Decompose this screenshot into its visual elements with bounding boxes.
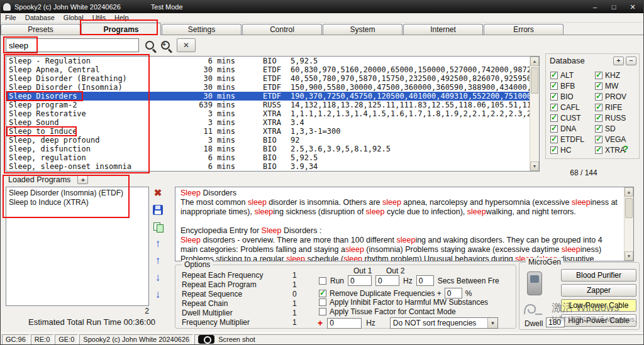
database-checkbox[interactable]: BFB (550, 80, 595, 91)
move-top-button[interactable]: ↑ (152, 238, 164, 250)
minimize-button[interactable]: – (586, 3, 604, 11)
program-row[interactable]: Sleep program-2 639 mins RUSS 14,132,118… (6, 101, 530, 109)
program-row[interactable]: Sleep Disorders 30 mins ETDF 190,370,725… (6, 92, 530, 101)
program-row[interactable]: Sleep, sleep-onset insomnia 6 mins BIO 3… (6, 162, 530, 171)
menu-item[interactable]: File (1, 14, 21, 21)
microgen-mode-button[interactable]: Zapper (561, 284, 636, 297)
out2-input[interactable] (375, 275, 399, 286)
database-checkbox[interactable]: SD (595, 123, 640, 134)
loaded-program-item[interactable]: Sleep Disorder (Insomnia) (ETDF) (9, 189, 146, 198)
database-checkbox-label: RIFE (605, 103, 622, 112)
database-select-none-button[interactable]: − (626, 57, 636, 65)
scrollbar-track[interactable] (530, 66, 539, 162)
program-duration: 30 mins (195, 83, 235, 92)
database-checkbox[interactable]: KHZ (595, 70, 640, 80)
repeat-setting-value[interactable]: 1 (292, 271, 305, 280)
scrollbar-thumb[interactable] (531, 67, 538, 94)
database-checkbox[interactable]: HC (550, 145, 595, 155)
search-input[interactable] (6, 38, 139, 52)
move-down-button[interactable]: ↓ (152, 271, 164, 284)
database-checkbox[interactable]: BIO (550, 91, 595, 102)
repeat-settings: Repeat Each Frequency 1 Repeat Each Prog… (182, 270, 305, 327)
program-row[interactable]: Sleep, deep profound 3 mins BIO 92 (6, 136, 530, 145)
menu-item[interactable]: Global (59, 14, 88, 21)
repeat-setting-value[interactable]: 1 (292, 299, 305, 308)
tab[interactable]: Presets (1, 24, 80, 35)
help-button[interactable]: ? (623, 143, 628, 154)
status-cells: GC:96RE:0GE:0Spooky2 (c) John White 2024… (2, 334, 193, 345)
program-list-scrollbar[interactable]: ▲ ▼ (530, 57, 539, 171)
scrollbar-track[interactable] (625, 197, 633, 251)
repeat-setting-value[interactable]: 1 (292, 318, 305, 327)
database-select-all-button[interactable]: + (613, 57, 624, 65)
database-checkbox[interactable]: RIFE (595, 102, 640, 112)
tab[interactable]: Internet (403, 24, 483, 35)
program-row[interactable]: Sleep Disorder (Breathing) 30 mins ETDF … (6, 74, 530, 83)
tab-label: System (350, 25, 375, 34)
zoom-in-icon[interactable]: + (160, 40, 174, 53)
database-checkbox[interactable]: CUST (550, 112, 595, 123)
description-scrollbar[interactable]: ▲ ▼ (624, 187, 633, 261)
database-checkbox[interactable]: XTRA (595, 145, 640, 155)
inhibit-factor-checkbox[interactable]: Apply Inhibit Factor to Harmful MW Subst… (319, 298, 488, 307)
screenshot-button[interactable]: Screen shot (194, 334, 643, 345)
program-name: Sleep Disorders (9, 92, 195, 101)
checkbox-icon (595, 82, 602, 90)
program-row[interactable]: Sleep, regulation 6 mins BIO 5,92.5 (6, 153, 530, 162)
program-name: Sleep, disfunction (9, 145, 195, 153)
duplicate-tolerance-input[interactable] (445, 288, 462, 298)
database-checkbox[interactable]: PROV (595, 91, 640, 102)
program-row[interactable]: Sleep Disorder (Insomnia) 30 mins ETDF 1… (6, 83, 530, 92)
run-checkbox[interactable] (319, 277, 326, 285)
move-up-button[interactable]: ↑ (152, 255, 164, 267)
maximize-button[interactable]: □ (604, 3, 623, 11)
secs-between-input[interactable] (416, 275, 434, 286)
tab[interactable]: Control (242, 24, 322, 35)
database-checkbox[interactable]: VEGA (595, 134, 640, 145)
scroll-up-button[interactable]: ▲ (530, 57, 539, 66)
scrollbar-thumb[interactable] (625, 198, 633, 218)
sort-frequencies-dropdown[interactable]: Do NOT sort frequencies ▼ (390, 317, 498, 329)
microgen-mode-button[interactable]: Blood Purifier (561, 269, 636, 282)
database-checkbox[interactable]: ETDFL (550, 134, 595, 145)
close-button[interactable]: ✕ (623, 3, 642, 11)
scroll-up-button[interactable]: ▲ (625, 187, 633, 197)
menu-item[interactable]: Utils (88, 14, 110, 21)
out1-input[interactable] (348, 275, 372, 286)
database-checkbox[interactable]: DNA (550, 123, 595, 134)
repeat-setting-value[interactable]: 0 (292, 290, 305, 298)
scroll-down-button[interactable]: ▼ (625, 251, 633, 261)
database-checkbox[interactable]: RUSS (595, 112, 640, 123)
database-checkbox[interactable]: ALT (550, 70, 595, 80)
move-bottom-button[interactable]: ↓ (152, 288, 164, 301)
tab[interactable]: Programs (81, 23, 161, 35)
tab[interactable]: Settings (162, 24, 242, 35)
save-programs-button[interactable] (152, 204, 164, 216)
menu-item[interactable]: Help (110, 14, 133, 21)
remove-duplicates-checkbox[interactable]: Remove Duplicate Frequencies + % (319, 288, 472, 298)
program-row[interactable]: Sleep Restorative 3 mins XTRA 1,1.1,1.2,… (6, 109, 530, 118)
program-row[interactable]: Sleep Sound 3 mins XTRA 3.4 (6, 118, 530, 127)
scroll-down-button[interactable]: ▼ (530, 162, 539, 171)
checkbox-icon (319, 290, 326, 297)
program-frequencies: 3.4 (291, 118, 530, 127)
copy-programs-button[interactable] (152, 221, 164, 233)
menu-item[interactable]: Database (21, 14, 59, 21)
add-loaded-program-button[interactable]: + (77, 175, 88, 184)
database-checkbox[interactable]: MW (595, 80, 640, 91)
program-row[interactable]: Sleep, disfunction 18 mins BIO 2.5,3.6,3… (6, 145, 530, 153)
offset-input[interactable] (327, 318, 362, 329)
delete-program-button[interactable]: ✖ (152, 187, 164, 199)
database-checkbox[interactable]: CAFL (550, 102, 595, 112)
tab[interactable]: Errors (484, 24, 564, 35)
loaded-program-item[interactable]: Sleep to Induce (XTRA) (9, 198, 146, 207)
search-icon[interactable] (144, 40, 158, 53)
program-row[interactable]: Sleep - Regulation 6 mins BIO 5,92.5 (6, 57, 530, 65)
program-row[interactable]: Sleep Apnea, Central 30 mins ETDF 60,830… (6, 65, 530, 74)
clear-search-button[interactable]: ✕ (177, 38, 196, 52)
tissue-factor-checkbox[interactable]: Apply Tissue Factor for Contact Mode (319, 307, 456, 316)
repeat-setting-value[interactable]: 1 (292, 309, 305, 317)
tab[interactable]: System (323, 24, 402, 35)
repeat-setting-value[interactable]: 1 (292, 280, 305, 289)
program-row[interactable]: Sleep to Induce 11 mins XTRA 1,3,3-1=300 (6, 127, 530, 136)
